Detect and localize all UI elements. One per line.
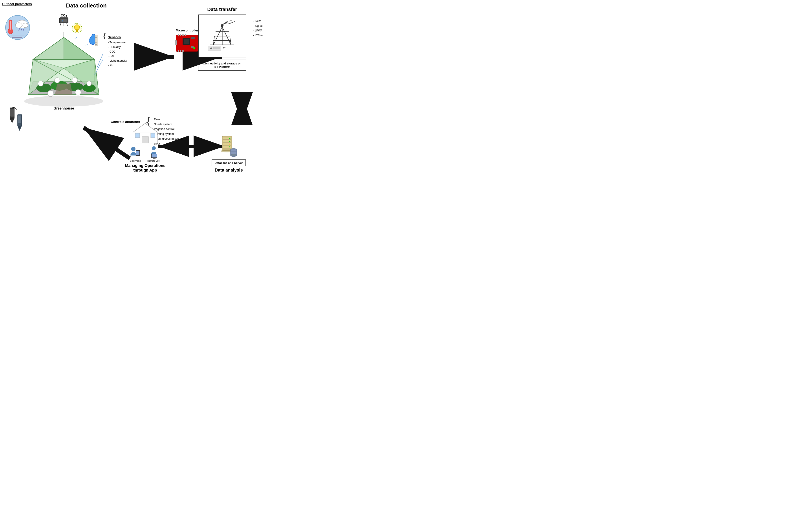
svg-rect-60 xyxy=(10,109,14,117)
svg-point-120 xyxy=(230,154,237,157)
svg-point-104 xyxy=(152,146,156,150)
data-analysis-section: Database and Server Data analysis xyxy=(202,134,255,173)
managing-title: Managing Operationsthrough App xyxy=(117,164,174,173)
svg-rect-94 xyxy=(213,47,220,49)
svg-rect-7 xyxy=(10,21,11,30)
sensor-light: - Light intensity xyxy=(108,58,152,63)
svg-line-48 xyxy=(66,23,68,26)
sigfox-option: - SigFox xyxy=(253,24,264,28)
svg-point-32 xyxy=(55,78,60,83)
iot-platform-box: Connectivity and storage on IoT Platform xyxy=(198,60,246,71)
svg-point-36 xyxy=(75,90,81,95)
lora-option: - LoRa xyxy=(253,19,264,24)
humidity-sensor-icon xyxy=(87,32,99,49)
svg-point-113 xyxy=(229,138,230,139)
tower-box: ⇄ xyxy=(198,15,246,57)
sensors-bracket: { xyxy=(103,33,106,39)
lpwa-option: - LPWA xyxy=(253,28,264,33)
svg-rect-100 xyxy=(151,133,155,138)
svg-rect-75 xyxy=(178,50,179,52)
svg-point-16 xyxy=(24,96,103,107)
svg-rect-80 xyxy=(191,46,194,48)
svg-rect-53 xyxy=(95,35,98,46)
sensors-title: Sensors xyxy=(108,35,152,39)
svg-text:CO₂: CO₂ xyxy=(61,14,67,17)
actuator-fans: Fans xyxy=(154,117,184,122)
svg-rect-74 xyxy=(185,34,186,36)
svg-rect-78 xyxy=(184,50,184,52)
svg-rect-51 xyxy=(76,30,78,31)
svg-point-115 xyxy=(229,144,230,145)
light-sensor-icon xyxy=(70,22,83,37)
svg-rect-70 xyxy=(178,34,179,36)
svg-point-116 xyxy=(229,147,230,148)
database-server-box: Database and Server xyxy=(212,159,246,166)
data-transfer-title: Data transfer xyxy=(194,6,251,12)
lte-option: - LTE-m...ect xyxy=(253,33,264,38)
svg-rect-69 xyxy=(175,40,177,45)
svg-rect-71 xyxy=(180,34,181,36)
soil-sensor-icons xyxy=(9,106,26,133)
svg-rect-103 xyxy=(136,151,139,155)
remote-user-icon: Remote User xyxy=(147,146,161,162)
svg-rect-45 xyxy=(60,19,67,22)
svg-point-65 xyxy=(18,114,22,116)
data-transfer-section: Data transfer xyxy=(194,6,251,71)
svg-line-46 xyxy=(60,23,61,26)
svg-rect-76 xyxy=(180,50,181,52)
svg-rect-63 xyxy=(18,115,21,123)
svg-rect-99 xyxy=(135,133,140,138)
diagram-container: Data collection Outdoor parameters xyxy=(0,0,264,176)
svg-point-114 xyxy=(229,141,230,142)
svg-marker-30 xyxy=(55,83,73,95)
svg-point-33 xyxy=(72,78,77,83)
cell-phone-icon: Cell Phone xyxy=(129,146,141,162)
page-title: Data collection xyxy=(66,2,107,9)
app-icons-row: Cell Phone Remote User xyxy=(117,146,174,162)
svg-point-9 xyxy=(15,23,22,28)
tower-options: - LoRa - SigFox - LPWA - LTE-m...ect xyxy=(253,19,264,38)
svg-point-101 xyxy=(131,147,135,151)
outdoor-params-label: Outdoor parameters xyxy=(2,2,32,6)
sensor-soil: - Soil xyxy=(108,54,152,58)
svg-point-82 xyxy=(221,24,224,27)
svg-point-34 xyxy=(87,81,92,86)
svg-marker-97 xyxy=(133,124,157,132)
data-analysis-title: Data analysis xyxy=(202,168,255,173)
sensors-section: Sensors - Temperature - Humidity - CO2 -… xyxy=(108,35,152,68)
sensor-co2: - CO2 xyxy=(108,50,152,54)
sensor-temperature: - Temperature xyxy=(108,40,152,45)
svg-marker-64 xyxy=(18,127,22,131)
svg-point-35 xyxy=(47,90,54,97)
svg-rect-106 xyxy=(152,154,157,157)
greenhouse-illustration: Greenhouse xyxy=(22,15,106,112)
svg-rect-107 xyxy=(153,158,155,158)
svg-rect-73 xyxy=(184,34,184,36)
cell-phone-label: Cell Phone xyxy=(129,160,141,162)
svg-point-31 xyxy=(38,81,43,86)
remote-user-label: Remote User xyxy=(147,160,161,162)
svg-rect-52 xyxy=(76,31,78,32)
sensor-humidity: - Humidity xyxy=(108,45,152,50)
svg-point-93 xyxy=(210,48,212,49)
svg-point-50 xyxy=(74,25,80,30)
svg-rect-98 xyxy=(142,137,149,143)
svg-text:⇄: ⇄ xyxy=(223,46,226,50)
svg-marker-61 xyxy=(10,119,14,123)
sensor-ph: - PH xyxy=(108,63,152,68)
svg-rect-72 xyxy=(182,34,183,36)
svg-rect-77 xyxy=(182,50,183,52)
managing-section: Cell Phone Remote User Managing Operatio… xyxy=(117,122,174,173)
svg-rect-68 xyxy=(184,39,189,44)
co2-sensor-icon: CO₂ xyxy=(56,12,72,28)
